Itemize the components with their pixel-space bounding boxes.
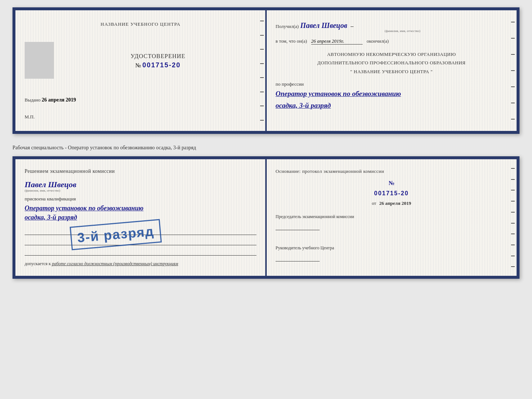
po-professii-top: по профессии xyxy=(276,81,507,87)
dopuskaetsya-block: допускается к работе согласно должностны… xyxy=(25,261,256,267)
top-cert-right: Получил(а) Павел Швецов – (фамилия, имя,… xyxy=(266,10,517,131)
tick xyxy=(260,77,264,78)
number-prefix: № xyxy=(135,62,141,68)
tick xyxy=(511,86,515,87)
vydano-label: Выдано xyxy=(25,97,40,103)
predsedatel-sig-line xyxy=(276,223,320,230)
udostoverenie-block: УДОСТОВЕРЕНИЕ № 001715-20 xyxy=(60,49,256,69)
tick xyxy=(511,168,515,169)
predsedatel-block: Председатель экзаменационной комиссии xyxy=(276,214,507,230)
tick xyxy=(260,49,264,50)
tick xyxy=(511,70,515,71)
tick xyxy=(511,212,515,213)
name-bottom: Павел Швецов xyxy=(25,180,256,189)
tick-marks-left xyxy=(260,10,266,131)
separator-text: Рабочая специальность - Оператор установ… xyxy=(12,141,520,154)
vtom-label: в том, что он(а) xyxy=(276,38,307,44)
tick xyxy=(511,245,515,245)
ot-date-block: от 26 апреля 2019 xyxy=(276,200,507,206)
document-container: НАЗВАНИЕ УЧЕБНОГО ЦЕНТРА УДОСТОВЕРЕНИЕ №… xyxy=(12,7,520,279)
org-line2: ДОПОЛНИТЕЛЬНОГО ПРОФЕССИОНАЛЬНОГО ОБРАЗО… xyxy=(276,58,507,67)
tick xyxy=(260,63,264,64)
tick xyxy=(260,21,264,21)
ot-date: 26 апреля 2019 xyxy=(379,200,411,206)
tick xyxy=(511,266,515,267)
top-center-title: НАЗВАНИЕ УЧЕБНОГО ЦЕНТРА xyxy=(25,21,256,27)
bottom-cert-left: Решением экзаменационной комиссии Павел … xyxy=(15,159,266,276)
tick xyxy=(511,179,515,180)
fio-hint-top: (фамилия, имя, отчество) xyxy=(298,29,507,33)
tick xyxy=(511,22,515,22)
cert-number-top: 001715-20 xyxy=(143,61,181,69)
fio-hint-bottom: (фамилия, имя, отчество) xyxy=(25,189,256,192)
profession-line1-top: Оператор установок по обезвоживанию xyxy=(276,89,507,99)
rukovoditel-sig-line xyxy=(276,254,320,261)
profession-line2-top: осадка, 3-й разряд xyxy=(276,101,507,111)
prisvoena-label: присвоена квалификация xyxy=(25,196,256,202)
organization-block: АВТОНОМНУЮ НЕКОММЕРЧЕСКУЮ ОРГАНИЗАЦИЮ ДО… xyxy=(276,50,507,76)
tick xyxy=(511,119,515,120)
number-prefix-bottom: № xyxy=(388,180,394,186)
tick-marks-right-bottom xyxy=(511,159,517,276)
top-certificate: НАЗВАНИЕ УЧЕБНОГО ЦЕНТРА УДОСТОВЕРЕНИЕ №… xyxy=(12,7,520,134)
predsedatel-label: Председатель экзаменационной комиссии xyxy=(276,214,507,220)
tick xyxy=(511,103,515,103)
vydano-date: 26 апреля 2019 xyxy=(42,97,76,103)
tick xyxy=(260,106,264,106)
sig-line-3 xyxy=(25,248,256,256)
vtom-block: в том, что он(а) 26 апреля 2019г. окончи… xyxy=(276,38,507,44)
dash-top: – xyxy=(351,23,353,29)
tick xyxy=(511,190,515,190)
org-line1: АВТОНОМНУЮ НЕКОММЕРЧЕСКУЮ ОРГАНИЗАЦИЮ xyxy=(276,50,507,58)
top-cert-left: НАЗВАНИЕ УЧЕБНОГО ЦЕНТРА УДОСТОВЕРЕНИЕ №… xyxy=(15,10,266,131)
tick xyxy=(511,38,515,39)
vtom-date: 26 апреля 2019г. xyxy=(311,38,363,44)
poluchil-name: Павел Швецов xyxy=(300,21,347,29)
tick xyxy=(511,54,515,55)
resheniem-label: Решением экзаменационной комиссии xyxy=(25,168,256,174)
tick xyxy=(260,92,264,92)
bottom-cert-right: Основание: протокол экзаменационной коми… xyxy=(266,159,517,276)
vydano-block: Выдано 26 апреля 2019 xyxy=(25,97,256,103)
okоnchil-label: окончил(а) xyxy=(367,38,389,44)
tick xyxy=(260,35,264,36)
tick xyxy=(511,223,515,224)
tick xyxy=(260,120,264,121)
dopuskaetsya-value: работе согласно должностным (производств… xyxy=(52,261,178,266)
dopuskaetsya-label: допускается к xyxy=(25,261,51,266)
tick xyxy=(511,234,515,234)
osnovanie-label: Основание: протокол экзаменационной коми… xyxy=(276,168,507,174)
tick xyxy=(511,256,515,256)
poluchil-label: Получил(а) xyxy=(276,24,299,29)
cert-number-bottom: 001715-20 xyxy=(276,190,507,197)
ot-prefix: от xyxy=(372,200,376,206)
mp-text: М.П. xyxy=(25,114,256,120)
udostoverenie-title: УДОСТОВЕРЕНИЕ xyxy=(60,53,256,60)
stamp-text: 3-й разряд xyxy=(77,224,155,245)
rukovoditel-label: Руководитель учебного Центра xyxy=(276,245,507,251)
profession-line1-bottom: Оператор установок по обезвоживанию xyxy=(25,204,256,213)
org-line3: " НАЗВАНИЕ УЧЕБНОГО ЦЕНТРА " xyxy=(276,67,507,76)
tick xyxy=(511,201,515,202)
tick-marks-right-top xyxy=(511,10,517,131)
bottom-certificate: Решением экзаменационной комиссии Павел … xyxy=(12,156,520,279)
rukovoditel-block: Руководитель учебного Центра xyxy=(276,245,507,261)
photo-placeholder xyxy=(25,42,54,79)
